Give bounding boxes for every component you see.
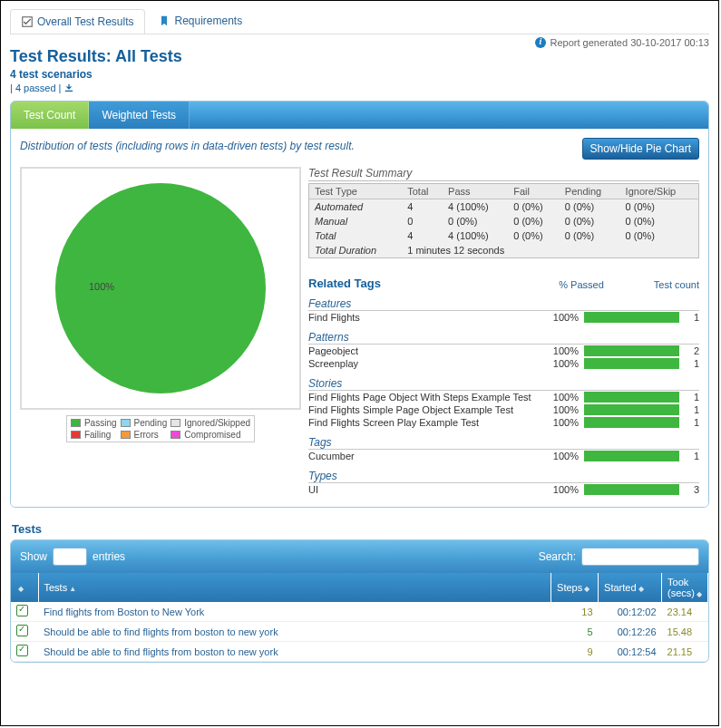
summary-type: Manual: [309, 214, 403, 228]
tab-overall-test-results[interactable]: Overall Test Results: [10, 9, 145, 34]
tag-count: 2: [685, 345, 699, 356]
th-test-type: Test Type: [309, 184, 403, 199]
legend-swatch-compromised: [171, 431, 180, 439]
legend-passing: Passing: [84, 418, 117, 428]
passed-text: | 4 passed |: [10, 83, 61, 93]
th-took[interactable]: Took (secs)◆: [662, 573, 708, 602]
tag-bar: [584, 358, 679, 369]
th-pending: Pending: [560, 184, 620, 199]
tab-requirements-label: Requirements: [174, 15, 242, 27]
summary-pending: 0 (0%): [560, 199, 620, 215]
sort-icon: ▲: [69, 585, 76, 593]
tag-bar: [584, 312, 679, 323]
summary-pending: 0 (0%): [560, 228, 620, 243]
report-generated-text: Report generated 30-10-2017 00:13: [550, 37, 709, 48]
th-tests[interactable]: Tests▲: [38, 573, 551, 602]
test-status: [11, 642, 38, 662]
tag-count: 1: [685, 417, 699, 428]
legend-failing: Failing: [84, 430, 117, 440]
legend-swatch-passing: [71, 419, 81, 427]
tag-pct: 100%: [539, 345, 579, 356]
tag-group-title: Stories: [308, 377, 699, 391]
summary-fail: 0 (0%): [508, 199, 560, 215]
search-label: Search:: [539, 550, 576, 563]
test-row[interactable]: Should be able to find flights from bost…: [11, 642, 708, 662]
check-icon: [22, 16, 33, 27]
summary-ignore: 0 (0%): [620, 199, 699, 215]
test-row[interactable]: Find flights from Boston to New York1300…: [11, 602, 708, 622]
tag-row[interactable]: Find Flights100%1: [308, 311, 699, 324]
tests-table: ◆ Tests▲ Steps◆ Started◆ Took (secs)◆ Fi…: [11, 573, 708, 662]
distribution-text: Distribution of tests (including rows in…: [20, 138, 355, 152]
tab-test-count[interactable]: Test Count: [11, 102, 89, 129]
test-name[interactable]: Find flights from Boston to New York: [38, 602, 551, 622]
tag-pct: 100%: [539, 417, 579, 428]
show-hide-pie-button[interactable]: Show/Hide Pie Chart: [582, 138, 699, 160]
th-started[interactable]: Started◆: [599, 573, 662, 602]
tag-pct: 100%: [539, 451, 579, 461]
tag-row[interactable]: Cucumber100%1: [308, 450, 699, 462]
tag-row[interactable]: UI100%3: [308, 483, 699, 496]
th-total: Total: [402, 184, 443, 199]
related-tags-title: Related Tags: [308, 277, 381, 290]
tab-test-count-label: Test Count: [24, 109, 75, 121]
tab-weighted-tests[interactable]: Weighted Tests: [89, 102, 190, 129]
test-name[interactable]: Should be able to find flights from bost…: [38, 642, 551, 662]
tag-row[interactable]: Find Flights Page Object With Steps Exam…: [308, 391, 699, 403]
tag-name: Cucumber: [308, 451, 539, 461]
test-took: 23.14: [662, 602, 708, 622]
tag-count: 1: [685, 358, 699, 369]
tab-requirements[interactable]: Requirements: [147, 8, 254, 34]
test-count-header: Test count: [636, 279, 699, 290]
test-steps: 5: [551, 622, 599, 642]
pie-chart: 100%: [20, 167, 301, 410]
tag-name: Find Flights Simple Page Object Example …: [308, 404, 539, 415]
legend-ignored: Ignored/Skipped: [184, 418, 250, 428]
test-took: 15.48: [662, 622, 708, 642]
test-row[interactable]: Should be able to find flights from bost…: [11, 622, 708, 642]
tag-bar: [584, 417, 679, 428]
entries-select[interactable]: [53, 548, 87, 566]
summary-ignore: 0 (0%): [620, 228, 699, 243]
search-input[interactable]: [581, 548, 699, 566]
summary-pass: 4 (100%): [443, 199, 508, 215]
summary-fail: 0 (0%): [508, 228, 560, 243]
sort-icon: ◆: [584, 585, 589, 593]
pie-slice-passing: [55, 183, 266, 393]
tag-pct: 100%: [539, 392, 579, 403]
tag-group-title: Features: [308, 297, 699, 311]
tag-name: Find Flights Page Object With Steps Exam…: [308, 392, 539, 403]
tag-count: 3: [685, 484, 699, 495]
tag-row[interactable]: Screenplay100%1: [308, 357, 699, 370]
tag-count: 1: [685, 392, 699, 403]
test-started: 00:12:02: [599, 602, 662, 622]
tag-name: Pageobject: [308, 345, 539, 356]
legend-swatch-errors: [121, 431, 131, 439]
tag-bar: [584, 345, 679, 356]
download-icon[interactable]: [64, 83, 73, 92]
test-steps: 13: [551, 602, 599, 622]
tag-row[interactable]: Find Flights Simple Page Object Example …: [308, 403, 699, 416]
tab-overall-label: Overall Test Results: [37, 15, 133, 28]
summary-row: Manual00 (0%)0 (0%)0 (0%)0 (0%): [309, 214, 699, 228]
tag-row[interactable]: Find Flights Screen Play Example Test100…: [308, 416, 699, 429]
test-name[interactable]: Should be able to find flights from bost…: [38, 622, 551, 642]
tag-name: Find Flights: [308, 312, 539, 323]
tag-pct: 100%: [539, 358, 579, 369]
th-steps[interactable]: Steps◆: [551, 573, 599, 602]
summary-row: Automated44 (100%)0 (0%)0 (0%)0 (0%): [309, 199, 699, 215]
th-pass: Pass: [443, 184, 508, 199]
summary-heading: Test Result Summary: [308, 167, 699, 181]
th-status-icon[interactable]: ◆: [11, 573, 38, 602]
check-icon: [16, 645, 28, 656]
legend-swatch-failing: [71, 431, 81, 439]
summary-type: Automated: [309, 199, 403, 215]
tag-name: UI: [308, 484, 539, 495]
th-fail: Fail: [508, 184, 560, 199]
td-duration-label: Total Duration: [309, 243, 403, 258]
tag-name: Screenplay: [308, 358, 539, 369]
report-generated: Report generated 30-10-2017 00:13: [535, 37, 709, 48]
tag-bar: [584, 404, 679, 415]
tag-row[interactable]: Pageobject100%2: [308, 345, 699, 357]
tag-pct: 100%: [539, 484, 579, 495]
